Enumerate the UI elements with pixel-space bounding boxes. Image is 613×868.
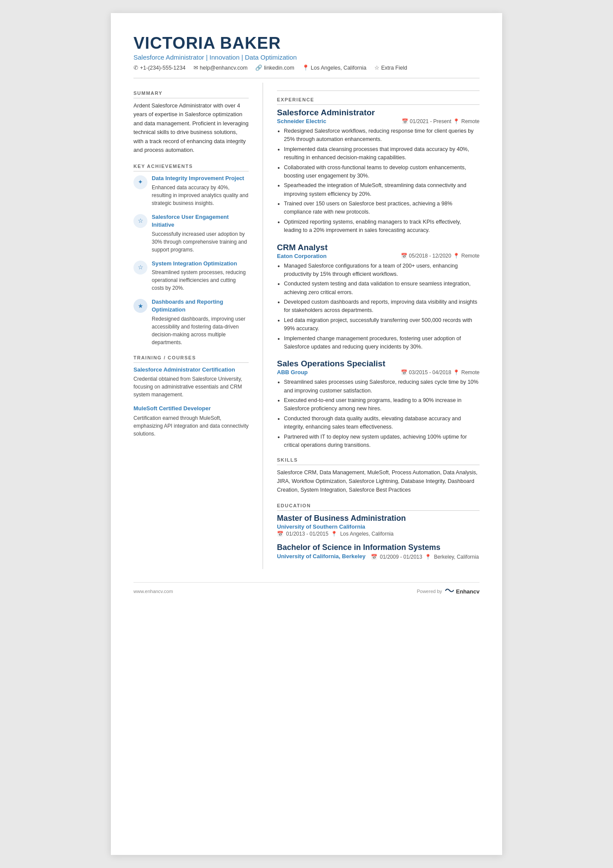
job-title-2: Sales Operations Specialist: [277, 359, 480, 369]
bullet-1-2: Developed custom dashboards and reports,…: [284, 298, 480, 315]
experience-section: EXPERIENCE Salesforce Administrator Schn…: [277, 90, 480, 449]
location-icon-0: 📍: [453, 118, 460, 124]
achievement-icon-2: ☆: [133, 261, 147, 275]
candidate-name: VICTORIA BAKER: [133, 34, 480, 53]
summary-text: Ardent Salesforce Administrator with ove…: [133, 101, 249, 155]
summary-section: SUMMARY Ardent Salesforce Administrator …: [133, 90, 249, 155]
edu-location-icon-1: 📍: [425, 554, 431, 560]
achievement-desc-1: Successfully increased user adoption by …: [152, 230, 249, 254]
resume-footer: www.enhancv.com Powered by Enhancv: [133, 582, 480, 596]
achievement-desc-2: Streamlined system processes, reducing o…: [152, 268, 249, 292]
course-item-0: Salesforce Administrator Certification C…: [133, 366, 249, 399]
experience-label: EXPERIENCE: [277, 97, 480, 105]
course-item-1: MuleSoft Certified Developer Certificati…: [133, 405, 249, 437]
edu-calendar-icon-0: 📅: [277, 531, 283, 537]
job-dates-1: 📅 05/2018 - 12/2020 📍 Remote: [401, 253, 480, 259]
achievement-icon-3: ★: [133, 299, 147, 313]
achievement-item-0: ✦ Data Integrity Improvement Project Enh…: [133, 174, 249, 207]
header-divider: [133, 78, 480, 78]
location-icon-1: 📍: [453, 253, 460, 259]
edu-school-1: University of California, Berkeley: [277, 553, 366, 560]
enhancv-icon: [445, 587, 454, 596]
job-title-1: CRM Analyst: [277, 243, 480, 252]
bullet-2-3: Partnered with IT to deploy new system u…: [284, 433, 480, 450]
calendar-icon-0: 📅: [402, 118, 408, 124]
calendar-icon-1: 📅: [401, 253, 407, 259]
bullet-1-4: Implemented change management procedures…: [284, 335, 480, 352]
achievement-item-3: ★ Dashboards and Reporting Optimization …: [133, 298, 249, 346]
job-item-0: Salesforce Administrator Schneider Elect…: [277, 108, 480, 235]
right-column: EXPERIENCE Salesforce Administrator Schn…: [263, 83, 480, 569]
edu-meta-0: 📅 01/2013 - 01/2015 📍 Los Angeles, Calif…: [277, 531, 480, 537]
edu-school-0: University of Southern California: [277, 523, 480, 530]
achievement-title-0: Data Integrity Improvement Project: [152, 174, 249, 182]
candidate-tagline: Salesforce Administrator | Innovation | …: [133, 54, 480, 61]
achievements-section: KEY ACHIEVEMENTS ✦ Data Integrity Improv…: [133, 164, 249, 346]
edu-item-1: Bachelor of Science in Information Syste…: [277, 543, 480, 560]
bullet-0-0: Redesigned Salesforce workflows, reducin…: [284, 127, 480, 144]
contact-phone: ✆ +1-(234)-555-1234: [133, 64, 186, 71]
bullet-2-0: Streamlined sales processes using Salesf…: [284, 378, 480, 395]
edu-item-0: Master of Business Administration Univer…: [277, 514, 480, 537]
bullet-2-1: Executed end-to-end user training progra…: [284, 396, 480, 413]
header-section: VICTORIA BAKER Salesforce Administrator …: [133, 34, 480, 78]
education-section: EDUCATION Master of Business Administrat…: [277, 503, 480, 560]
summary-label: SUMMARY: [133, 90, 249, 98]
job-bullets-2: Streamlined sales processes using Salesf…: [277, 378, 480, 449]
achievement-title-1: Salesforce User Engagement Initiative: [152, 213, 249, 229]
job-dates-0: 📅 01/2021 - Present 📍 Remote: [402, 118, 480, 124]
achievement-item-2: ☆ System Integration Optimization Stream…: [133, 260, 249, 292]
job-meta-1: Eaton Corporation 📅 05/2018 - 12/2020 📍 …: [277, 253, 480, 259]
skills-text: Salesforce CRM, Data Management, MuleSof…: [277, 468, 480, 494]
extra-icon: ☆: [374, 64, 380, 71]
course-desc-1: Certification earned through MuleSoft, e…: [133, 414, 249, 438]
edu-location-icon-0: 📍: [331, 531, 337, 537]
job-meta-0: Schneider Electric 📅 01/2021 - Present 📍…: [277, 118, 480, 124]
achievement-icon-0: ✦: [133, 175, 147, 189]
edu-meta-1: University of California, Berkeley 📅 01/…: [277, 553, 480, 560]
bullet-0-3: Spearheaded the integration of MuleSoft,…: [284, 181, 480, 198]
contact-location: 📍 Los Angeles, California: [302, 64, 366, 71]
company-name-2: ABB Group: [277, 369, 308, 375]
bullet-0-4: Trained over 150 users on Salesforce bes…: [284, 200, 480, 217]
bullet-0-1: Implemented data cleansing processes tha…: [284, 145, 480, 162]
achievements-label: KEY ACHIEVEMENTS: [133, 164, 249, 171]
email-icon: ✉: [193, 64, 198, 71]
job-item-2: Sales Operations Specialist ABB Group 📅 …: [277, 359, 480, 449]
left-column: SUMMARY Ardent Salesforce Administrator …: [133, 83, 249, 569]
course-title-1: MuleSoft Certified Developer: [133, 405, 249, 412]
company-name-1: Eaton Corporation: [277, 253, 326, 259]
edu-degree-1: Bachelor of Science in Information Syste…: [277, 543, 480, 552]
company-name-0: Schneider Electric: [277, 118, 326, 124]
achievement-icon-1: ☆: [133, 214, 147, 228]
skills-section: SKILLS Salesforce CRM, Data Management, …: [277, 457, 480, 494]
skills-label: SKILLS: [277, 457, 480, 465]
course-desc-0: Credential obtained from Salesforce Univ…: [133, 375, 249, 399]
job-bullets-0: Redesigned Salesforce workflows, reducin…: [277, 127, 480, 235]
job-title-0: Salesforce Administrator: [277, 108, 480, 117]
main-content: SUMMARY Ardent Salesforce Administrator …: [133, 83, 480, 569]
calendar-icon-2: 📅: [401, 369, 407, 375]
footer-url: www.enhancv.com: [133, 589, 173, 594]
job-dates-2: 📅 03/2015 - 04/2018 📍 Remote: [401, 369, 480, 375]
job-meta-2: ABB Group 📅 03/2015 - 04/2018 📍 Remote: [277, 369, 480, 375]
achievement-desc-3: Redesigned dashboards, improving user ac…: [152, 315, 249, 346]
bullet-1-0: Managed Salesforce configurations for a …: [284, 262, 480, 279]
location-icon: 📍: [302, 64, 309, 71]
job-bullets-1: Managed Salesforce configurations for a …: [277, 262, 480, 352]
location-icon-2: 📍: [453, 369, 460, 375]
achievement-title-3: Dashboards and Reporting Optimization: [152, 298, 249, 314]
course-title-0: Salesforce Administrator Certification: [133, 366, 249, 374]
edu-degree-0: Master of Business Administration: [277, 514, 480, 523]
contact-linkedin: 🔗 linkedin.com: [255, 64, 294, 71]
contact-extra: ☆ Extra Field: [374, 64, 407, 71]
bullet-2-2: Conducted thorough data quality audits, …: [284, 415, 480, 432]
education-label: EDUCATION: [277, 503, 480, 511]
phone-icon: ✆: [133, 64, 138, 71]
resume-page: VICTORIA BAKER Salesforce Administrator …: [111, 13, 502, 855]
linkedin-icon: 🔗: [255, 64, 262, 71]
bullet-0-2: Collaborated with cross-functional teams…: [284, 164, 480, 181]
bullet-0-5: Optimized reporting systems, enabling ma…: [284, 218, 480, 235]
achievement-desc-0: Enhanced data accuracy by 40%, resulting…: [152, 184, 249, 207]
bullet-1-3: Led data migration project, successfully…: [284, 316, 480, 333]
